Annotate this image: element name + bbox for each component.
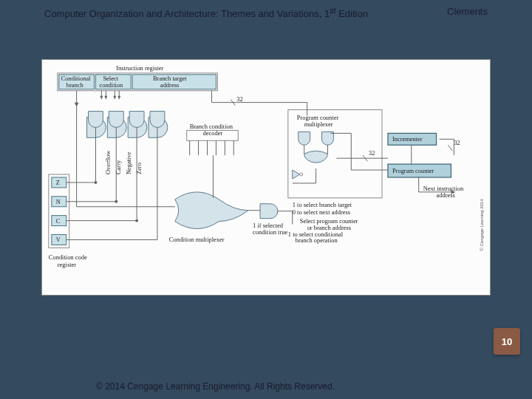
svg-line-9 [448,145,452,151]
book-title: Computer Organization and Architecture: … [44,6,368,19]
diagram: Instruction register Conditionalbranch S… [41,59,491,296]
wire-branch-target [211,91,307,116]
slide-header: Computer Organization and Architecture: … [0,0,532,25]
pc-mux: Program countermultiplexer [297,114,339,128]
flagname-ovf: Overflow [104,150,112,174]
wires-sel [101,91,119,98]
page-number: 10 [502,336,512,347]
flag-z: Z [56,179,60,186]
bus32a: 32 [236,95,242,103]
sel-pc-or-branch: Select program counteror branch address [300,217,358,231]
ir-title: Instruction register [116,64,163,72]
cond-mux-gate [175,192,248,229]
inverter [293,170,300,179]
pcmux-and-1 [322,132,334,145]
flagname-carry: Carry [115,160,122,174]
and2 [129,112,144,128]
title-post: Edition [336,8,368,19]
pc: Program counter [392,167,434,174]
svg-marker-1 [104,96,107,100]
cond-reg: Condition coderegister [49,253,87,268]
branch-decoder: Branch conditiondecoder [190,123,233,137]
cond-mux: Condition multiplexer [169,236,225,243]
title-pre: Computer Organization and Architecture: … [44,8,330,19]
decoder-out [190,140,234,155]
sel-cond-true: 1 if selectedcondition true [253,222,287,236]
sel-cond-branch: 1 to select conditionalbranch operation [288,231,344,245]
diagram-svg: Instruction register Conditionalbranch S… [42,60,490,295]
sel-branch-target: 1 to select branch target [293,201,352,208]
and0 [89,112,103,128]
bus32b: 32 [369,149,375,157]
svg-point-4 [94,181,97,184]
arrow-cb [75,103,79,107]
author: Clements [447,6,488,19]
and1 [109,112,123,128]
sel-next-addr: 0 to select next address [293,208,350,216]
side-copyright: © Cengage Learning 2014 [480,199,484,251]
flagname-zero: Zero [135,163,143,174]
svg-marker-3 [117,96,120,100]
next-addr: Next instructionaddress [423,185,464,199]
flagname-neg: Negative [125,151,132,174]
pcmux-and-0 [299,132,310,145]
pcmux-or [304,151,328,163]
bus32c: 32 [454,139,460,146]
page-number-badge: 10 [494,328,520,355]
pc-subsystem-box [288,110,382,198]
title-sup: st [330,6,335,15]
flag-v: V [56,236,61,243]
flag-c: C [56,217,61,225]
svg-point-6 [135,219,138,222]
footer-copyright: © 2014 Cengage Learning Engineering. All… [0,381,532,392]
svg-marker-0 [100,96,103,100]
flag-n: N [56,198,61,205]
and-after-mux [260,204,278,219]
w-v [66,127,157,239]
svg-point-5 [115,200,117,203]
and3 [150,112,165,128]
svg-marker-2 [113,96,116,100]
incrementer: Incrementer [392,135,423,143]
